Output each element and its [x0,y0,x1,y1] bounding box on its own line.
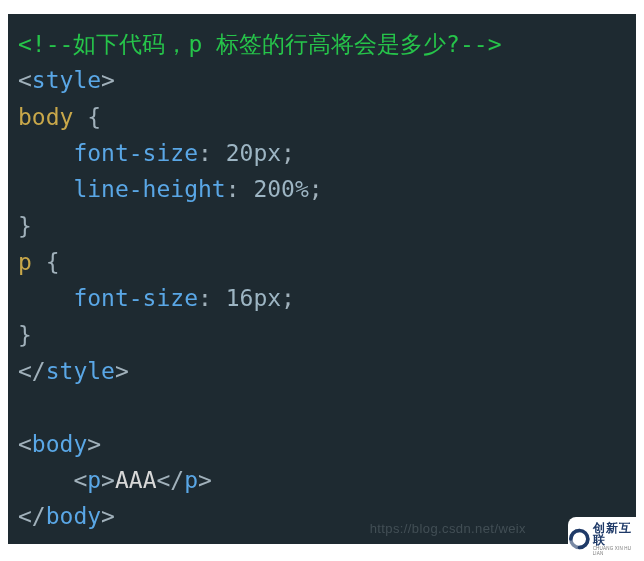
value-200pct: 200% [253,176,308,202]
angle-close: > [115,358,129,384]
code-line-brace-close: } [18,208,626,244]
code-line-blank [18,389,626,425]
brace-close: } [18,322,32,348]
angle-open: < [18,67,32,93]
prop-font-size: font-size [18,140,198,166]
code-line-body-close: </body> [18,498,626,534]
code-line-p-fontsize: font-size: 16px; [18,280,626,316]
prop-line-height: line-height [18,176,226,202]
angle-close: > [87,431,101,457]
brace-close: } [18,213,32,239]
code-line-body-lineheight: line-height: 200%; [18,171,626,207]
brace-open: { [73,104,101,130]
indent [18,467,73,493]
tag-body: body [46,503,101,529]
angle-close-open: </ [157,467,185,493]
code-line-style-open: <style> [18,62,626,98]
code-line-p-selector: p { [18,244,626,280]
code-line-body-open: <body> [18,426,626,462]
text-content-aaa: AAA [115,467,157,493]
value-20px: 20px [226,140,281,166]
semicolon: ; [281,285,295,311]
value-16px: 16px [226,285,281,311]
brace-open: { [32,249,60,275]
code-screenshot-frame: <!--如下代码，p 标签的行高将会是多少?--> <style> body {… [0,0,644,561]
tag-p: p [87,467,101,493]
angle-close: > [198,467,212,493]
tag-style: style [46,358,115,384]
colon: : [198,285,226,311]
selector-body: body [18,104,73,130]
code-line-p-element: <p>AAA</p> [18,462,626,498]
tag-p: p [184,467,198,493]
angle-open: < [18,431,32,457]
code-line-comment: <!--如下代码，p 标签的行高将会是多少?--> [18,26,626,62]
colon: : [226,176,254,202]
selector-p: p [18,249,32,275]
comment-open: <!-- [18,31,73,57]
semicolon: ; [309,176,323,202]
semicolon: ; [281,140,295,166]
angle-open: < [73,467,87,493]
code-line-body-fontsize: font-size: 20px; [18,135,626,171]
comment-close: --> [460,31,502,57]
angle-close: > [101,67,115,93]
angle-close: > [101,467,115,493]
code-line-body-selector: body { [18,99,626,135]
angle-close-open: </ [18,358,46,384]
tag-style: style [32,67,101,93]
colon: : [198,140,226,166]
tag-body: body [32,431,87,457]
code-block: <!--如下代码，p 标签的行高将会是多少?--> <style> body {… [8,14,636,544]
comment-text: 如下代码，p 标签的行高将会是多少? [73,31,460,57]
angle-close-open: </ [18,503,46,529]
prop-font-size: font-size [18,285,198,311]
code-line-style-close: </style> [18,353,626,389]
code-line-brace-close-2: } [18,317,626,353]
brand-name-en: CHUANG XIN HU LIAN [593,547,638,556]
angle-close: > [101,503,115,529]
